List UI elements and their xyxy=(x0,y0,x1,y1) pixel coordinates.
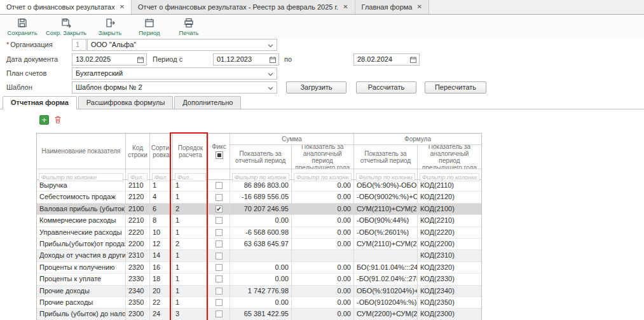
cell-name: Прочие расходы xyxy=(37,297,126,309)
cell-sort: 4 xyxy=(150,191,173,203)
period-to-field[interactable]: 28.02.2024 xyxy=(353,53,420,66)
column-header-sum-current[interactable]: Показатель за отчетный период xyxy=(230,145,292,169)
cell-code: 2320 xyxy=(126,262,150,274)
chevron-down-icon[interactable] xyxy=(268,87,273,90)
load-button[interactable]: Загрузить xyxy=(286,81,346,94)
tab-financial-results[interactable]: Отчет о финансовых результатах ✕ xyxy=(0,0,132,14)
print-button[interactable]: Печать xyxy=(170,17,207,37)
table-row[interactable]: Управленческие расходы 2220 10 1 -6 568 … xyxy=(37,227,481,239)
fix-checkbox[interactable] xyxy=(216,194,223,201)
table-row[interactable]: Прибыль (убыток) до налогообложения 2300… xyxy=(37,309,481,320)
table-row[interactable]: Проценты к получению 2320 16 1 0.00 0.00… xyxy=(37,262,481,274)
tab-close-icon[interactable]: ✕ xyxy=(343,4,348,10)
column-header-order[interactable]: Порядок расчета xyxy=(173,134,209,169)
cell-sort: 24 xyxy=(150,309,173,320)
cell-code: 2300 xyxy=(126,309,150,320)
table-row[interactable]: Выручка 2110 1 1 86 896 803.00 0.00 ОБО(… xyxy=(37,180,481,191)
fix-checkbox[interactable] xyxy=(216,229,223,236)
add-row-button[interactable]: + xyxy=(39,115,49,125)
table-row[interactable]: Валовая прибыль (убыток) 2100 6 2 ✔ 70 2… xyxy=(37,204,481,215)
cell-formula-current: СУМ(2200)+СУМ(23... xyxy=(354,309,418,320)
cell-code: 2220 xyxy=(126,227,150,239)
fix-checkbox[interactable] xyxy=(216,217,223,224)
template-select[interactable]: Шаблон формы № 2 xyxy=(72,81,277,94)
cell-fix xyxy=(209,274,230,285)
calculate-button[interactable]: Рассчитать xyxy=(356,81,416,94)
table-row[interactable]: Прочие расходы 2350 22 1 0.00 0.00 -ОБО(… xyxy=(37,297,481,309)
cell-code: 2340 xyxy=(126,286,150,297)
cell-formula-current: ОБО(%:90%)-ОБО(9... xyxy=(354,180,418,191)
cell-code: 2200 xyxy=(126,239,150,250)
column-header-sort[interactable]: Сорти-ровка xyxy=(150,134,173,169)
cell-sum-current xyxy=(230,250,292,261)
column-header-code[interactable]: Код строки xyxy=(126,134,150,169)
organization-code-field[interactable]: 1 xyxy=(72,39,86,51)
fix-checkbox[interactable] xyxy=(216,253,223,260)
fix-checkbox[interactable] xyxy=(216,299,223,306)
tab-formula-breakdown[interactable]: Расшифровка формулы xyxy=(78,96,173,109)
tab-close-icon[interactable]: ✕ xyxy=(416,4,421,10)
period-from-field[interactable]: 01.12.2023 xyxy=(213,53,279,66)
organization-field[interactable]: ООО "Альфа" xyxy=(87,39,277,51)
tab-report-form[interactable]: Отчетная форма xyxy=(3,96,77,109)
select-all-checkbox[interactable] xyxy=(216,151,223,159)
cell-sort: 14 xyxy=(150,250,173,261)
doc-date-label: Дата документа xyxy=(6,53,58,66)
tab-main-form[interactable]: Главная форма ✕ xyxy=(355,0,429,14)
cell-fix xyxy=(209,309,230,320)
cell-order: 1 xyxy=(173,274,209,285)
chevron-down-icon[interactable] xyxy=(268,73,273,76)
fix-checkbox[interactable] xyxy=(216,288,223,295)
tab-additional[interactable]: Дополнительно xyxy=(174,96,241,109)
table-row[interactable]: Прибыль(убыток)от продаж 2200 12 2 63 63… xyxy=(37,239,481,250)
column-header-formula-current[interactable]: Показатель за отчетный период xyxy=(354,145,418,169)
table-row[interactable]: Доходы от участия в других организаци...… xyxy=(37,250,481,261)
fix-checkbox[interactable] xyxy=(216,264,223,271)
cell-sort: 18 xyxy=(150,274,173,285)
recalculate-button[interactable]: Пересчитать xyxy=(425,81,486,94)
column-header-formula-prev[interactable]: Показатель за аналогичный период предыду… xyxy=(418,145,481,169)
group-header-formula: Формула xyxy=(354,134,481,145)
column-header-fix[interactable]: Фикс xyxy=(209,134,230,169)
cell-code: 2110 xyxy=(126,180,150,191)
fix-checkbox[interactable] xyxy=(216,275,223,282)
cell-sum-prev xyxy=(292,250,354,261)
table-row[interactable]: Прочие доходы 2340 20 1 1 742 776.98 0.0… xyxy=(37,286,481,297)
save-button[interactable]: Сохранить xyxy=(4,17,41,37)
tab-close-icon[interactable]: ✕ xyxy=(120,4,125,10)
fix-checkbox[interactable]: ✔ xyxy=(216,205,223,212)
column-header-name[interactable]: Наименование показателя xyxy=(37,134,126,169)
tab-financial-results-registry[interactable]: Отчет о финансовых результатах - Реестр … xyxy=(132,0,355,14)
group-header-sum: Сумма xyxy=(230,134,353,145)
calendar-icon[interactable] xyxy=(269,56,277,64)
table-row[interactable]: Себестоимость продаж 2120 4 1 -16 689 55… xyxy=(37,191,481,203)
cell-sort: 16 xyxy=(150,262,173,274)
column-header-sum-prev[interactable]: Показатель за аналогичный период предыду… xyxy=(292,145,354,169)
period-label: Период xyxy=(139,29,160,36)
period-button[interactable]: Период xyxy=(131,17,168,37)
doc-date-field[interactable]: 13.02.2025 xyxy=(72,53,147,66)
cell-formula-current: БО(:91.01.04%:::245... xyxy=(354,262,418,274)
fix-checkbox[interactable] xyxy=(216,240,223,247)
table-row[interactable]: Проценты к уплате 2330 18 1 0.00 0.00 -Б… xyxy=(37,274,481,285)
fix-checkbox[interactable] xyxy=(216,310,223,317)
cell-order: 1 xyxy=(173,215,209,226)
cell-formula-current: -ОБО(910204%:%)-С... xyxy=(354,297,418,309)
calendar-icon[interactable] xyxy=(137,56,144,64)
table-body: Выручка 2110 1 1 86 896 803.00 0.00 ОБО(… xyxy=(37,180,481,320)
fix-checkbox[interactable] xyxy=(216,182,223,189)
save-close-button[interactable]: Сохр. Закрыть xyxy=(43,17,89,37)
cell-formula-current: СУМ(2110)+СУМ(21... xyxy=(354,204,418,215)
cell-sum-prev: 0.00 xyxy=(292,204,354,215)
delete-row-button[interactable] xyxy=(53,115,63,125)
calendar-icon[interactable] xyxy=(409,56,417,64)
close-button[interactable]: Закрыть xyxy=(92,17,128,37)
table-row[interactable]: Коммерческие расходы 2210 8 1 0.00 0.00 … xyxy=(37,215,481,226)
tab-label: Отчет о финансовых результатах xyxy=(6,3,115,11)
chevron-down-icon[interactable] xyxy=(268,44,273,48)
filter-row xyxy=(37,169,481,180)
cell-code: 2330 xyxy=(126,274,150,285)
print-label: Печать xyxy=(179,29,198,36)
chart-of-accounts-select[interactable]: Бухгалтерский xyxy=(72,67,277,80)
cell-order: 2 xyxy=(173,204,209,215)
